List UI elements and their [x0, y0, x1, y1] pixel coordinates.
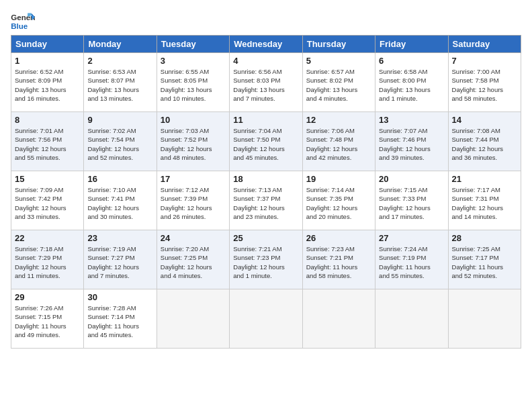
- day-number: 30: [87, 292, 152, 302]
- calendar-cell: 24Sunrise: 7:20 AM Sunset: 7:25 PM Dayli…: [157, 230, 229, 289]
- day-number: 20: [379, 174, 444, 184]
- day-info: Sunrise: 7:26 AM Sunset: 7:15 PM Dayligh…: [15, 304, 80, 339]
- day-number: 19: [306, 174, 371, 184]
- day-number: 9: [87, 115, 152, 125]
- day-info: Sunrise: 6:55 AM Sunset: 8:05 PM Dayligh…: [161, 67, 226, 103]
- calendar-cell: 22Sunrise: 7:18 AM Sunset: 7:29 PM Dayli…: [11, 230, 84, 289]
- calendar-cell: 26Sunrise: 7:23 AM Sunset: 7:21 PM Dayli…: [302, 230, 375, 289]
- day-number: 16: [87, 174, 152, 184]
- day-info: Sunrise: 7:17 AM Sunset: 7:31 PM Dayligh…: [452, 185, 517, 221]
- day-number: 25: [233, 233, 298, 243]
- calendar-cell: 25Sunrise: 7:21 AM Sunset: 7:23 PM Dayli…: [230, 230, 302, 289]
- day-info: Sunrise: 7:00 AM Sunset: 7:58 PM Dayligh…: [452, 67, 517, 103]
- day-number: 12: [306, 115, 371, 125]
- calendar-cell: 30Sunrise: 7:28 AM Sunset: 7:14 PM Dayli…: [84, 289, 157, 349]
- weekday-tuesday: Tuesday: [157, 36, 229, 53]
- day-info: Sunrise: 7:28 AM Sunset: 7:14 PM Dayligh…: [87, 304, 152, 339]
- day-info: Sunrise: 7:25 AM Sunset: 7:17 PM Dayligh…: [452, 244, 517, 280]
- calendar-cell: 8Sunrise: 7:01 AM Sunset: 7:56 PM Daylig…: [11, 112, 84, 171]
- day-number: 5: [306, 56, 371, 66]
- calendar-cell: 10Sunrise: 7:03 AM Sunset: 7:52 PM Dayli…: [157, 112, 229, 171]
- day-number: 4: [233, 56, 298, 66]
- calendar-cell: [302, 289, 375, 349]
- day-number: 13: [379, 115, 444, 125]
- day-info: Sunrise: 7:19 AM Sunset: 7:27 PM Dayligh…: [87, 244, 152, 280]
- day-info: Sunrise: 7:01 AM Sunset: 7:56 PM Dayligh…: [15, 126, 80, 162]
- logo-icon: General Blue: [11, 11, 35, 32]
- calendar-cell: [157, 289, 229, 349]
- calendar-cell: [375, 289, 448, 349]
- calendar-cell: [230, 289, 302, 349]
- calendar-cell: 29Sunrise: 7:26 AM Sunset: 7:15 PM Dayli…: [11, 289, 84, 349]
- day-info: Sunrise: 7:04 AM Sunset: 7:50 PM Dayligh…: [233, 126, 298, 162]
- calendar-cell: 28Sunrise: 7:25 AM Sunset: 7:17 PM Dayli…: [448, 230, 521, 289]
- day-info: Sunrise: 7:13 AM Sunset: 7:37 PM Dayligh…: [233, 185, 298, 221]
- header: General Blue: [11, 11, 521, 32]
- day-number: 11: [233, 115, 298, 125]
- day-info: Sunrise: 7:07 AM Sunset: 7:46 PM Dayligh…: [379, 126, 444, 162]
- weekday-header-row: SundayMondayTuesdayWednesdayThursdayFrid…: [11, 36, 521, 53]
- day-number: 23: [87, 233, 152, 243]
- calendar-cell: 19Sunrise: 7:14 AM Sunset: 7:35 PM Dayli…: [302, 171, 375, 230]
- day-number: 18: [233, 174, 298, 184]
- day-number: 27: [379, 233, 444, 243]
- calendar-cell: 13Sunrise: 7:07 AM Sunset: 7:46 PM Dayli…: [375, 112, 448, 171]
- weekday-saturday: Saturday: [448, 36, 521, 53]
- day-number: 7: [452, 56, 517, 66]
- day-number: 2: [87, 56, 152, 66]
- calendar-cell: 17Sunrise: 7:12 AM Sunset: 7:39 PM Dayli…: [157, 171, 229, 230]
- day-info: Sunrise: 7:14 AM Sunset: 7:35 PM Dayligh…: [306, 185, 371, 221]
- calendar-cell: 4Sunrise: 6:56 AM Sunset: 8:03 PM Daylig…: [230, 53, 302, 112]
- calendar-cell: 12Sunrise: 7:06 AM Sunset: 7:48 PM Dayli…: [302, 112, 375, 171]
- week-row-5: 29Sunrise: 7:26 AM Sunset: 7:15 PM Dayli…: [11, 289, 521, 349]
- calendar-container: General Blue SundayMondayTuesdayWednesda…: [0, 0, 532, 354]
- day-info: Sunrise: 7:15 AM Sunset: 7:33 PM Dayligh…: [379, 185, 444, 221]
- day-number: 21: [452, 174, 517, 184]
- day-number: 26: [306, 233, 371, 243]
- day-info: Sunrise: 7:12 AM Sunset: 7:39 PM Dayligh…: [161, 185, 226, 221]
- weekday-monday: Monday: [84, 36, 157, 53]
- day-info: Sunrise: 6:52 AM Sunset: 8:09 PM Dayligh…: [15, 67, 80, 103]
- day-info: Sunrise: 6:56 AM Sunset: 8:03 PM Dayligh…: [233, 67, 298, 103]
- week-row-1: 1Sunrise: 6:52 AM Sunset: 8:09 PM Daylig…: [11, 53, 521, 112]
- day-info: Sunrise: 7:06 AM Sunset: 7:48 PM Dayligh…: [306, 126, 371, 162]
- svg-text:Blue: Blue: [11, 22, 28, 30]
- calendar-cell: 7Sunrise: 7:00 AM Sunset: 7:58 PM Daylig…: [448, 53, 521, 112]
- day-info: Sunrise: 7:02 AM Sunset: 7:54 PM Dayligh…: [87, 126, 152, 162]
- day-number: 14: [452, 115, 517, 125]
- week-row-4: 22Sunrise: 7:18 AM Sunset: 7:29 PM Dayli…: [11, 230, 521, 289]
- calendar-cell: 20Sunrise: 7:15 AM Sunset: 7:33 PM Dayli…: [375, 171, 448, 230]
- day-info: Sunrise: 6:53 AM Sunset: 8:07 PM Dayligh…: [87, 67, 152, 103]
- calendar-cell: 5Sunrise: 6:57 AM Sunset: 8:02 PM Daylig…: [302, 53, 375, 112]
- calendar-cell: 27Sunrise: 7:24 AM Sunset: 7:19 PM Dayli…: [375, 230, 448, 289]
- calendar-cell: 21Sunrise: 7:17 AM Sunset: 7:31 PM Dayli…: [448, 171, 521, 230]
- day-number: 28: [452, 233, 517, 243]
- calendar-cell: 9Sunrise: 7:02 AM Sunset: 7:54 PM Daylig…: [84, 112, 157, 171]
- day-number: 3: [161, 56, 226, 66]
- calendar-cell: 3Sunrise: 6:55 AM Sunset: 8:05 PM Daylig…: [157, 53, 229, 112]
- calendar-cell: 1Sunrise: 6:52 AM Sunset: 8:09 PM Daylig…: [11, 53, 84, 112]
- weekday-wednesday: Wednesday: [230, 36, 302, 53]
- calendar-cell: 6Sunrise: 6:58 AM Sunset: 8:00 PM Daylig…: [375, 53, 448, 112]
- weekday-friday: Friday: [375, 36, 448, 53]
- day-number: 1: [15, 56, 80, 66]
- day-number: 6: [379, 56, 444, 66]
- day-info: Sunrise: 6:58 AM Sunset: 8:00 PM Dayligh…: [379, 67, 444, 103]
- week-row-3: 15Sunrise: 7:09 AM Sunset: 7:42 PM Dayli…: [11, 171, 521, 230]
- day-info: Sunrise: 7:24 AM Sunset: 7:19 PM Dayligh…: [379, 244, 444, 280]
- calendar-cell: 14Sunrise: 7:08 AM Sunset: 7:44 PM Dayli…: [448, 112, 521, 171]
- day-info: Sunrise: 7:18 AM Sunset: 7:29 PM Dayligh…: [15, 244, 80, 280]
- day-info: Sunrise: 7:20 AM Sunset: 7:25 PM Dayligh…: [161, 244, 226, 280]
- logo: General Blue: [11, 11, 35, 32]
- day-info: Sunrise: 7:09 AM Sunset: 7:42 PM Dayligh…: [15, 185, 80, 221]
- calendar-cell: 11Sunrise: 7:04 AM Sunset: 7:50 PM Dayli…: [230, 112, 302, 171]
- weekday-thursday: Thursday: [302, 36, 375, 53]
- day-number: 10: [161, 115, 226, 125]
- calendar-cell: 23Sunrise: 7:19 AM Sunset: 7:27 PM Dayli…: [84, 230, 157, 289]
- day-info: Sunrise: 7:03 AM Sunset: 7:52 PM Dayligh…: [161, 126, 226, 162]
- day-number: 24: [161, 233, 226, 243]
- day-info: Sunrise: 7:08 AM Sunset: 7:44 PM Dayligh…: [452, 126, 517, 162]
- day-number: 8: [15, 115, 80, 125]
- day-info: Sunrise: 6:57 AM Sunset: 8:02 PM Dayligh…: [306, 67, 371, 103]
- calendar-cell: [448, 289, 521, 349]
